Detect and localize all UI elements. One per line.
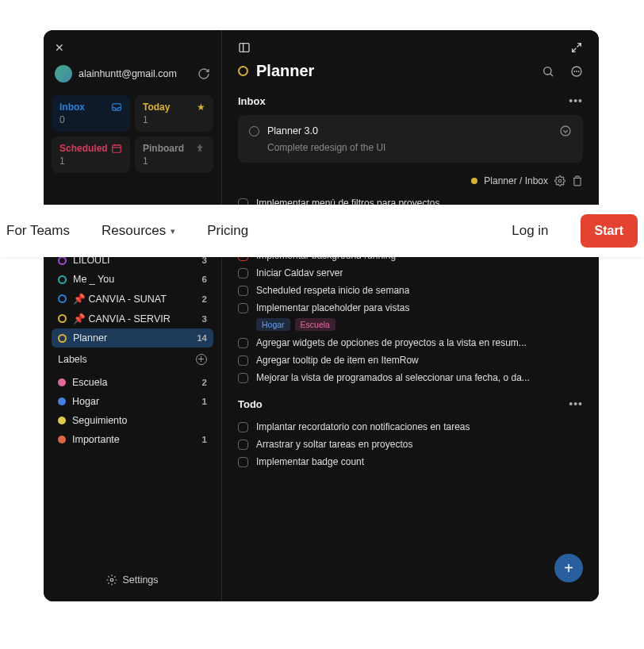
task-checkbox[interactable] bbox=[238, 268, 248, 278]
task-checkbox[interactable] bbox=[238, 286, 248, 296]
task-row[interactable]: Agregar widgets de opciones de proyectos… bbox=[238, 334, 583, 351]
more-horizontal-icon[interactable] bbox=[570, 65, 583, 78]
inbox-icon bbox=[111, 102, 122, 113]
card-today[interactable]: Today 1 ★ bbox=[135, 95, 213, 132]
todo-section-header: Todo ••• bbox=[238, 397, 583, 410]
label-item[interactable]: Seguimiento bbox=[52, 411, 213, 430]
task-row[interactable]: Implementar placeholder para vistas bbox=[238, 299, 583, 317]
project-item[interactable]: 📌 CANVIA - SERVIR 3 bbox=[52, 309, 213, 328]
gear-icon bbox=[106, 574, 117, 586]
settings-button[interactable]: Settings bbox=[52, 566, 213, 593]
task-row[interactable]: Agregar tooltip de de item en ItemRow bbox=[238, 351, 583, 369]
task-checkbox[interactable] bbox=[238, 338, 248, 348]
card-scheduled[interactable]: Scheduled 1 bbox=[52, 136, 130, 173]
avatar bbox=[55, 65, 72, 83]
inbox-count: 0 bbox=[59, 114, 85, 125]
card-pinboard[interactable]: Pinboard 1 bbox=[135, 136, 213, 173]
svg-rect-3 bbox=[240, 44, 249, 52]
breadcrumb-row: Planner / Inbox bbox=[238, 175, 583, 186]
task-text: Implementar placeholder para vistas bbox=[256, 302, 409, 313]
today-title: Today bbox=[143, 102, 170, 113]
svg-rect-1 bbox=[113, 145, 121, 152]
task-row[interactable]: Mejorar la vista de programados al selec… bbox=[238, 369, 583, 386]
nav-resources-label: Resources bbox=[102, 223, 166, 239]
label-name: Importante bbox=[72, 434, 196, 445]
top-cards: Inbox 0 Today 1 ★ Scheduled 1 bbox=[52, 95, 213, 173]
inbox-card-title: Planner 3.0 bbox=[267, 125, 551, 136]
svg-point-2 bbox=[111, 578, 114, 582]
task-checkbox[interactable] bbox=[238, 422, 248, 432]
close-icon[interactable]: ✕ bbox=[55, 41, 213, 54]
project-count: 14 bbox=[197, 333, 207, 343]
labels-list: Escuela 2 Hogar 1 Seguimiento Importante… bbox=[52, 373, 213, 449]
chevron-down-icon[interactable] bbox=[559, 125, 572, 137]
project-color-dot bbox=[58, 275, 67, 284]
nav-pricing[interactable]: Pricing bbox=[207, 223, 248, 239]
breadcrumb-dot bbox=[471, 178, 477, 184]
label-item[interactable]: Escuela 2 bbox=[52, 373, 213, 392]
start-button[interactable]: Start bbox=[581, 214, 638, 248]
project-count: 3 bbox=[202, 314, 207, 324]
task-row[interactable]: Arrastrar y soltar tareas en proyectos bbox=[238, 436, 583, 453]
task-checkbox[interactable] bbox=[238, 440, 248, 450]
expand-icon[interactable] bbox=[570, 41, 583, 54]
labels-header: Labels bbox=[52, 348, 213, 368]
project-color-dot bbox=[58, 314, 67, 323]
task-checkbox[interactable] bbox=[249, 126, 259, 136]
top-nav-bar: For Teams Resources ▾ Pricing Log in Sta… bbox=[0, 205, 644, 257]
project-name: Me _ You bbox=[73, 274, 196, 285]
task-row[interactable]: Scheduled respeta inicio de semana bbox=[238, 282, 583, 299]
task-checkbox[interactable] bbox=[238, 373, 248, 383]
task-tag[interactable]: Hogar bbox=[256, 318, 290, 331]
search-icon[interactable] bbox=[542, 65, 554, 78]
project-count: 6 bbox=[202, 275, 207, 284]
nav-login[interactable]: Log in bbox=[512, 223, 548, 239]
task-row[interactable]: Implementar badge count bbox=[238, 453, 583, 470]
svg-point-8 bbox=[578, 71, 579, 71]
labels-title: Labels bbox=[58, 354, 87, 365]
task-text: Arrastrar y soltar tareas en proyectos bbox=[256, 439, 412, 450]
app-window: ✕ alainhuntt@gmail.com Inbox 0 Today bbox=[44, 30, 599, 601]
label-item[interactable]: Importante 1 bbox=[52, 430, 213, 449]
label-count: 2 bbox=[202, 378, 207, 387]
task-row[interactable]: Iniciar Caldav server bbox=[238, 264, 583, 282]
svg-point-4 bbox=[544, 67, 551, 74]
trash-icon[interactable] bbox=[572, 175, 583, 186]
svg-point-10 bbox=[558, 179, 562, 182]
sync-icon[interactable] bbox=[197, 67, 210, 80]
task-text: Iniciar Caldav server bbox=[256, 267, 343, 278]
card-inbox[interactable]: Inbox 0 bbox=[52, 95, 130, 132]
task-text: Agregar widgets de opciones de proyectos… bbox=[256, 337, 527, 348]
task-tag[interactable]: Escuela bbox=[295, 318, 335, 331]
label-count: 1 bbox=[202, 397, 207, 406]
main-header: Planner bbox=[238, 62, 583, 80]
label-color-dot bbox=[58, 378, 66, 386]
label-color-dot bbox=[58, 397, 66, 405]
page-title: Planner bbox=[256, 62, 526, 80]
add-task-fab[interactable]: + bbox=[554, 554, 583, 582]
project-color-dot bbox=[58, 334, 67, 343]
breadcrumb[interactable]: Planner / Inbox bbox=[484, 175, 548, 186]
task-tags: HogarEscuela bbox=[256, 318, 583, 331]
project-item[interactable]: Planner 14 bbox=[52, 328, 213, 348]
gear-icon[interactable] bbox=[554, 175, 565, 186]
account-row[interactable]: alainhuntt@gmail.com bbox=[52, 62, 213, 86]
main-panel: Planner Inbox ••• Planner 3.0 Complete r… bbox=[222, 30, 599, 601]
add-label-icon[interactable] bbox=[196, 354, 207, 365]
panel-toggle-icon[interactable] bbox=[238, 41, 251, 54]
task-checkbox[interactable] bbox=[238, 303, 248, 313]
nav-for-teams[interactable]: For Teams bbox=[6, 223, 70, 239]
project-item[interactable]: 📌 CANVIA - SUNAT 2 bbox=[52, 289, 213, 309]
inbox-section-title: Inbox bbox=[238, 95, 266, 107]
inbox-card[interactable]: Planner 3.0 Complete redesign of the UI bbox=[238, 115, 583, 163]
task-row[interactable]: Implantar recordatorio con notificacione… bbox=[238, 418, 583, 436]
more-icon[interactable]: ••• bbox=[569, 397, 583, 410]
chevron-down-icon: ▾ bbox=[171, 226, 175, 236]
task-checkbox[interactable] bbox=[238, 355, 248, 366]
project-item[interactable]: Me _ You 6 bbox=[52, 270, 213, 289]
label-item[interactable]: Hogar 1 bbox=[52, 392, 213, 411]
nav-resources[interactable]: Resources ▾ bbox=[102, 223, 175, 239]
more-icon[interactable]: ••• bbox=[569, 94, 583, 107]
task-checkbox[interactable] bbox=[238, 457, 248, 467]
settings-label: Settings bbox=[122, 574, 158, 586]
